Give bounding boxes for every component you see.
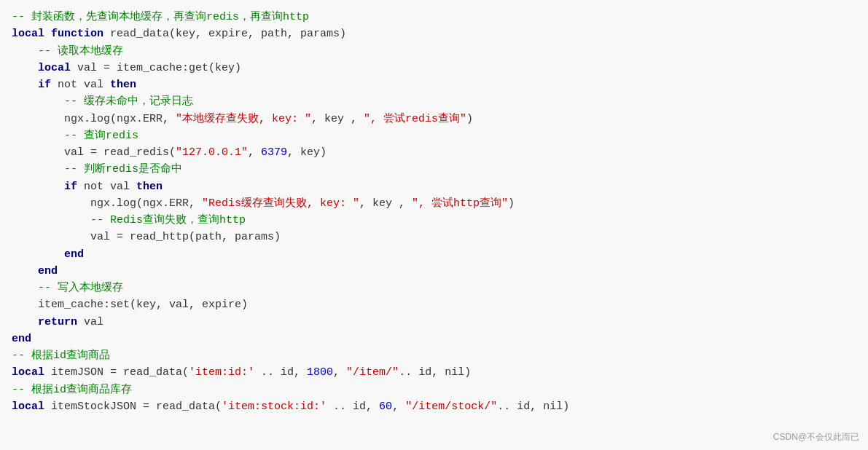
code-line: val = read_redis("127.0.0.1", 6379, key) (12, 144, 856, 161)
code-line: -- 写入本地缓存 (12, 280, 856, 296)
code-line: -- 判断redis是否命中 (12, 161, 856, 178)
code-line: -- 读取本地缓存 (12, 43, 856, 60)
code-line: return val (12, 314, 856, 331)
code-line: -- 查询redis (12, 127, 856, 144)
code-line: local function read_data(key, expire, pa… (12, 25, 856, 42)
code-line: -- 封装函数，先查询本地缓存，再查询redis，再查询http (12, 9, 856, 25)
code-block: -- 封装函数，先查询本地缓存，再查询redis，再查询httplocal fu… (0, 0, 868, 450)
code-line: -- 根据id查询商品 (12, 347, 856, 364)
code-line: end (12, 263, 856, 280)
code-line: -- 根据id查询商品库存 (12, 382, 856, 398)
code-line: if not val then (12, 76, 856, 93)
code-line: -- Redis查询失败，查询http (12, 212, 856, 229)
code-line: ngx.log(ngx.ERR, "本地缓存查失败, key: ", key ,… (12, 111, 856, 127)
watermark: CSDN@不会仅此而已 (773, 430, 859, 444)
code-line: ngx.log(ngx.ERR, "Redis缓存查询失败, key: ", k… (12, 195, 856, 212)
code-line: if not val then (12, 178, 856, 195)
code-line: val = read_http(path, params) (12, 229, 856, 245)
code-line: local itemJSON = read_data('item:id:' ..… (12, 364, 856, 381)
code-line: end (12, 246, 856, 263)
code-line: -- 缓存未命中，记录日志 (12, 93, 856, 110)
code-line: end (12, 331, 856, 347)
code-line: local itemStockJSON = read_data('item:st… (12, 398, 856, 415)
code-line: item_cache:set(key, val, expire) (12, 296, 856, 313)
code-line: local val = item_cache:get(key) (12, 60, 856, 76)
